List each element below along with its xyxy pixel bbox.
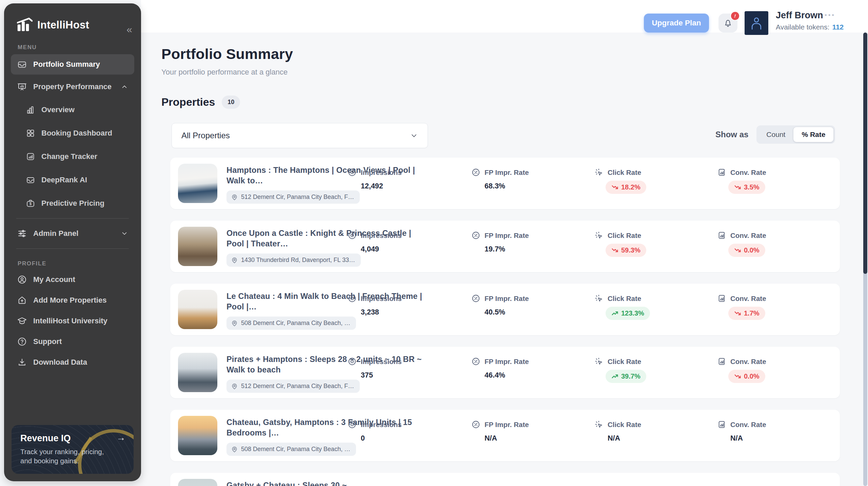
trend-up-icon [611, 310, 618, 317]
property-filter-dropdown[interactable]: All Properties [172, 123, 428, 148]
property-title: Gatsby + Chateau : Sleeps 30 ~ [226, 480, 430, 486]
sidebar-item-booking-dashboard[interactable]: Booking Dashboard [11, 123, 134, 143]
promo-title: Revenue IQ [20, 433, 125, 444]
click-rate-value: 123.3% [621, 309, 644, 317]
impressions-metric: Impressions 0 [348, 420, 402, 443]
click-rate-pill: 39.7% [606, 370, 646, 383]
click-rate-metric: Click Rate 123.3% [594, 294, 650, 320]
click-rate-value: 39.7% [621, 372, 640, 380]
percent-circle-icon [471, 357, 480, 366]
property-card[interactable]: Once Upon a Castle : Knight & Princess C… [170, 221, 840, 272]
conv-rate-value: 3.5% [744, 183, 760, 191]
conv-rate-pill: 3.5% [728, 181, 765, 194]
download-icon [17, 357, 27, 367]
conv-rate-value: 0.0% [744, 372, 760, 380]
chevron-down-icon [121, 230, 128, 237]
impressions-value: 0 [361, 434, 402, 443]
sidebar-item-label: Download Data [33, 358, 87, 367]
divider [16, 248, 129, 249]
inbox-icon [26, 175, 35, 185]
property-info: Chateau, Gatsby, Hamptons : 3 Family Uni… [226, 417, 433, 456]
sliders-icon [17, 228, 27, 239]
trend-up-icon [611, 373, 618, 380]
property-card[interactable]: Pirates + Hamptons : Sleeps 28 ~ 2 units… [170, 347, 840, 398]
sidebar-item-label: Support [33, 337, 62, 346]
scrollbar-thumb[interactable] [863, 33, 867, 274]
price-case-icon: $ [26, 199, 35, 208]
metric-label: Impressions [361, 358, 402, 366]
chart-square-icon [26, 152, 35, 161]
location-pin-icon [231, 194, 238, 201]
click-rate-value: 59.3% [621, 246, 640, 254]
cursor-click-icon [594, 231, 604, 240]
percent-circle-icon [471, 294, 480, 303]
show-as-control: Show as Count % Rate [715, 125, 835, 144]
trend-down-icon [734, 247, 741, 254]
sidebar-item-label: Overview [41, 105, 75, 114]
toggle-count-button[interactable]: Count [758, 127, 793, 142]
menu-section-label: MENU [18, 44, 141, 51]
scrollbar-track[interactable] [863, 33, 867, 486]
trend-down-icon [611, 184, 618, 191]
svg-text:$: $ [29, 202, 32, 206]
fp-impr-rate-metric: FP Impr. Rate 40.5% [471, 294, 529, 317]
property-photo [178, 290, 217, 329]
properties-section-header: Properties 10 [161, 96, 240, 109]
property-card[interactable]: Hamptons : The Hamptons | Ocean Views | … [170, 158, 840, 209]
property-card[interactable]: Le Chateau : 4 Min Walk to Beach | Frenc… [170, 284, 840, 335]
sidebar-item-change-tracker[interactable]: Change Tracker [11, 146, 134, 167]
bar-chart-icon [26, 105, 35, 115]
sidebar-item-label: Change Tracker [41, 152, 97, 161]
sidebar-item-deeprank-ai[interactable]: DeepRank AI [11, 170, 134, 190]
sidebar-item-portfolio-summary[interactable]: Portfolio Summary [11, 54, 134, 75]
percent-circle-icon [471, 168, 480, 177]
revenue-iq-promo-card[interactable]: Revenue IQ Track your ranking, pricing, … [12, 425, 134, 474]
sidebar-item-label: DeepRank AI [41, 176, 87, 184]
property-photo [178, 353, 217, 392]
intellihost-logo-icon [17, 18, 33, 33]
address-text: 512 Dement Cir, Panama City Beach, F… [241, 194, 354, 201]
impressions-value: 375 [361, 371, 402, 380]
sidebar-item-my-account[interactable]: My Account [11, 270, 134, 289]
conv-rate-metric: Conv. Rate N/A [717, 420, 766, 443]
property-card[interactable]: Chateau, Gatsby, Hamptons : 3 Family Uni… [170, 410, 840, 461]
metric-label: Conv. Rate [730, 295, 766, 303]
sidebar-item-add-more-properties[interactable]: Add More Properties [11, 291, 134, 309]
property-photo [178, 164, 217, 203]
performance-submenu: Overview Booking Dashboard Change Tracke… [4, 100, 141, 214]
graduation-cap-icon [17, 316, 27, 326]
logo: IntelliHost [4, 3, 141, 33]
arrow-right-icon[interactable]: → [116, 432, 125, 443]
percent-circle-icon [471, 231, 480, 240]
metric-label: Click Rate [608, 421, 641, 429]
toggle-rate-button[interactable]: % Rate [793, 127, 833, 142]
metric-label: FP Impr. Rate [485, 231, 529, 240]
sidebar-collapse-button[interactable]: « [126, 24, 132, 35]
property-address: 512 Dement Cir, Panama City Beach, F… [226, 190, 360, 204]
sidebar-item-admin-panel[interactable]: Admin Panel [11, 223, 134, 244]
impressions-metric: Impressions 4,049 [348, 231, 402, 254]
count-rate-toggle: Count % Rate [756, 125, 835, 144]
eye-icon [348, 357, 357, 366]
fp-rate-value: 19.7% [485, 245, 529, 254]
sidebar-item-intellihost-university[interactable]: IntelliHost University [11, 312, 134, 330]
sidebar-item-property-performance[interactable]: Property Performance [11, 77, 134, 97]
sidebar-item-overview[interactable]: Overview [11, 100, 134, 120]
impressions-value: 4,049 [361, 245, 402, 254]
cursor-click-icon [594, 168, 604, 177]
property-photo [178, 416, 217, 455]
eye-icon [348, 420, 357, 429]
sidebar-item-support[interactable]: Support [11, 332, 134, 351]
property-count-badge: 10 [222, 96, 240, 109]
click-rate-value: 18.2% [621, 183, 640, 191]
sidebar-item-predictive-pricing[interactable]: $ Predictive Pricing [11, 193, 134, 214]
click-rate-metric: Click Rate 59.3% [594, 231, 646, 257]
logo-text: IntelliHost [37, 19, 89, 31]
property-card-partial[interactable]: Gatsby + Chateau : Sleeps 30 ~ [170, 473, 840, 486]
chart-square-icon [717, 231, 726, 240]
promo-description: Track your ranking, pricing, and booking… [20, 447, 105, 465]
help-circle-icon [17, 337, 27, 347]
fp-rate-value: 40.5% [485, 308, 529, 317]
sidebar-item-download-data[interactable]: Download Data [11, 353, 134, 371]
metric-label: Click Rate [608, 295, 641, 303]
